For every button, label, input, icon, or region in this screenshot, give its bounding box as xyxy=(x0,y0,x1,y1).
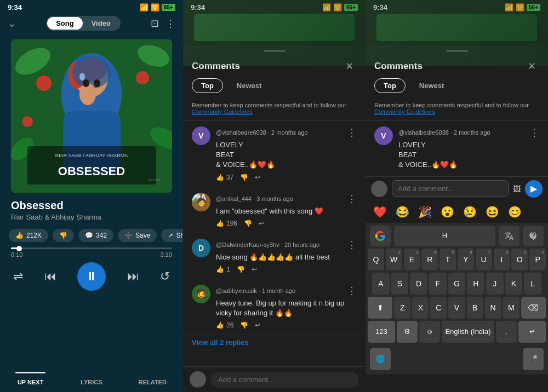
shuffle-icon[interactable]: ⇌ xyxy=(13,269,23,284)
tab-lyrics[interactable]: LYRICS xyxy=(61,372,122,392)
dislike-c4[interactable]: 👎 xyxy=(240,321,248,329)
kb-m[interactable]: M xyxy=(503,297,520,319)
kb-globe-key[interactable]: 🌐 xyxy=(370,348,391,370)
kb-f[interactable]: F xyxy=(429,273,447,295)
pause-button[interactable]: ⏸ xyxy=(77,262,106,291)
comment-input-p3[interactable] xyxy=(392,180,509,197)
kb-h[interactable]: H xyxy=(467,273,484,295)
image-attach-icon[interactable]: 🖼 xyxy=(513,185,521,193)
next-icon[interactable]: ⏭ xyxy=(127,269,139,284)
kb-d[interactable]: D xyxy=(410,273,427,295)
kb-t[interactable]: T5 xyxy=(439,249,456,270)
filter-top-p3[interactable]: Top xyxy=(374,78,406,93)
kb-h-key[interactable]: H xyxy=(394,226,495,246)
reply-c3[interactable]: ↩ xyxy=(252,266,257,273)
add-comment-input-p2[interactable] xyxy=(210,372,359,388)
reply-c4[interactable]: ↩ xyxy=(255,321,260,329)
like-c1[interactable]: 👍 37 xyxy=(216,174,233,181)
kb-j[interactable]: J xyxy=(486,273,504,295)
kb-x[interactable]: X xyxy=(412,297,429,319)
kb-q[interactable]: Q xyxy=(368,249,384,270)
kb-settings-key[interactable]: ⚙ xyxy=(397,321,418,343)
guidelines-link-p2[interactable]: Community Guidelines xyxy=(192,108,253,115)
save-button[interactable]: ➕ Save xyxy=(118,229,157,242)
kb-space-key[interactable]: English (India) xyxy=(442,321,494,343)
kb-c[interactable]: C xyxy=(430,297,447,319)
progress-bar[interactable] xyxy=(11,247,172,249)
like-c3[interactable]: 👍 1 xyxy=(216,266,230,273)
kb-r[interactable]: R4 xyxy=(421,249,438,270)
emoji-smile[interactable]: 😊 xyxy=(508,205,522,218)
kb-g[interactable]: G xyxy=(448,273,466,295)
dislike-button[interactable]: 👎 xyxy=(53,229,74,242)
kb-i[interactable]: I8 xyxy=(494,249,510,270)
kb-z[interactable]: Z xyxy=(394,297,410,319)
kb-v[interactable]: V xyxy=(448,297,465,319)
kb-enter-key[interactable]: ↵ xyxy=(518,321,546,343)
more-options-c4[interactable]: ⋮ xyxy=(347,285,357,297)
more-options-c2[interactable]: ⋮ xyxy=(347,193,357,205)
more-icon[interactable]: ⋮ xyxy=(165,18,175,30)
chevron-down-icon[interactable]: ⌄ xyxy=(8,18,16,30)
like-button[interactable]: 👍 212K xyxy=(9,229,48,242)
kb-translate-key[interactable] xyxy=(499,226,520,246)
dislike-c2[interactable]: 👎 xyxy=(244,220,252,227)
emoji-happy[interactable]: 😆 xyxy=(486,205,499,218)
tab-video[interactable]: Video xyxy=(83,17,119,30)
kb-e[interactable]: E3 xyxy=(404,249,420,270)
kb-mic-key[interactable]: 🎤 xyxy=(523,348,544,370)
comment-text-2: I am "obsessed" with this song ❤️ xyxy=(216,206,357,216)
kb-n[interactable]: N xyxy=(485,297,501,319)
kb-emoji-key[interactable]: ☺ xyxy=(419,321,440,343)
kb-sticker-key[interactable] xyxy=(523,226,544,246)
comments-button[interactable]: 💬 342 xyxy=(78,229,113,242)
status-icons-p1: 📶 🛜 65+ xyxy=(140,3,175,11)
tab-related[interactable]: RELATED xyxy=(122,372,183,392)
kb-shift[interactable]: ⬆ xyxy=(368,297,392,319)
dislike-c3[interactable]: 👎 xyxy=(237,266,245,273)
like-c2[interactable]: 👍 196 xyxy=(216,220,237,227)
kb-google-key[interactable] xyxy=(370,226,391,246)
tab-up-next[interactable]: UP NEXT xyxy=(0,372,61,392)
comment-meta-3: @DalwinderKaur-sy3hv · 20 hours ago ⋮ xyxy=(216,239,357,251)
cast-icon[interactable]: ⊡ xyxy=(151,18,159,30)
emoji-party[interactable]: 🎉 xyxy=(418,205,432,218)
emoji-wow[interactable]: 😮 xyxy=(441,205,454,218)
kb-123-key[interactable]: 123 xyxy=(368,321,395,343)
view-replies-p2[interactable]: View all 2 replies xyxy=(183,335,366,350)
kb-w[interactable]: W2 xyxy=(386,249,402,270)
previous-icon[interactable]: ⏮ xyxy=(44,269,56,284)
tab-song[interactable]: Song xyxy=(47,17,83,30)
kb-a[interactable]: A xyxy=(372,273,390,295)
dislike-c1[interactable]: 👎 xyxy=(240,174,248,181)
kb-p[interactable]: P0 xyxy=(529,249,546,270)
more-options-c3[interactable]: ⋮ xyxy=(347,239,357,251)
comment-content-p3: @vishalbedre6038 · 2 months ago ⋮ LOVELY… xyxy=(398,126,539,170)
guidelines-link-p3[interactable]: Community Guidelines xyxy=(374,108,435,115)
more-options-c1[interactable]: ⋮ xyxy=(347,126,357,139)
kb-l[interactable]: L xyxy=(524,273,541,295)
filter-newest-p2[interactable]: Newest xyxy=(227,78,271,93)
kb-backspace[interactable]: ⌫ xyxy=(521,297,546,319)
more-options-p3[interactable]: ⋮ xyxy=(529,126,539,139)
filter-top-p2[interactable]: Top xyxy=(192,78,223,93)
svg-point-15 xyxy=(83,79,89,87)
kb-b[interactable]: B xyxy=(467,297,483,319)
like-c4[interactable]: 👍 26 xyxy=(216,321,233,329)
kb-o[interactable]: O9 xyxy=(511,249,528,270)
filter-newest-p3[interactable]: Newest xyxy=(410,78,454,93)
kb-globe-mic-row: 🌐 🎤 xyxy=(366,346,548,374)
kb-y[interactable]: Y6 xyxy=(458,249,474,270)
reply-c1[interactable]: ↩ xyxy=(255,174,260,181)
reply-c2[interactable]: ↩ xyxy=(259,220,264,227)
kb-u[interactable]: U7 xyxy=(476,249,492,270)
emoji-sad[interactable]: 😢 xyxy=(463,205,477,218)
kb-dot-key[interactable]: . xyxy=(496,321,517,343)
kb-s[interactable]: S xyxy=(391,273,409,295)
emoji-heart[interactable]: ❤️ xyxy=(373,205,387,218)
send-button[interactable]: ▶ xyxy=(525,180,543,198)
repeat-icon[interactable]: ↺ xyxy=(160,269,170,284)
share-button[interactable]: ↗ Sha... xyxy=(161,229,183,242)
emoji-laugh[interactable]: 😂 xyxy=(396,205,409,218)
kb-k[interactable]: K xyxy=(505,273,523,295)
